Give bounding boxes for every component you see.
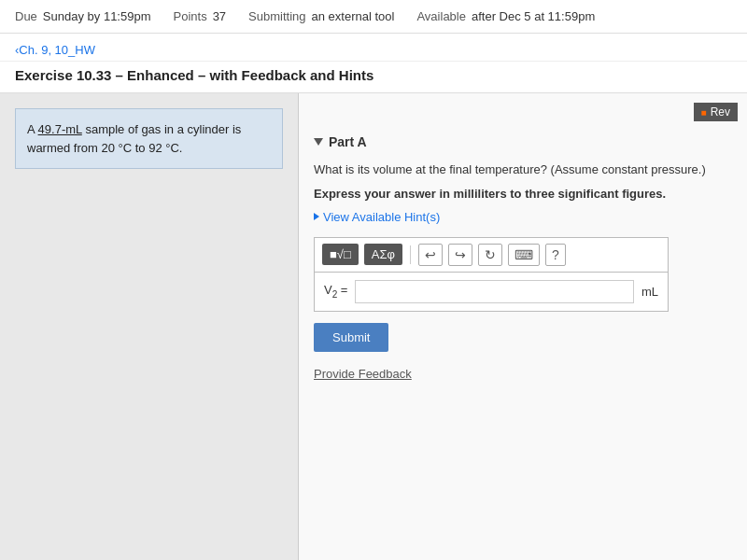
greek-symbol-icon: ΑΣφ	[372, 247, 395, 261]
math-toolbar: ■√□ ΑΣφ ↩ ↪ ↻ ⌨ ?	[314, 237, 669, 272]
rev-button[interactable]: Rev	[694, 103, 738, 121]
points-item: Points 37	[174, 9, 227, 23]
problem-statement: A 49.7-mL sample of gas in a cylinder is…	[15, 108, 283, 169]
hints-arrow-icon	[314, 213, 319, 220]
due-item: Due Sunday by 11:59pm	[15, 9, 151, 23]
left-panel: A 49.7-mL sample of gas in a cylinder is…	[0, 93, 299, 560]
bold-instruction: Express your answer in milliliters to th…	[314, 187, 732, 201]
refresh-icon: ↻	[485, 247, 496, 262]
submitting-value: an external tool	[312, 9, 395, 23]
math-symbol-icon: ■√□	[330, 247, 351, 261]
undo-btn[interactable]: ↩	[418, 244, 443, 266]
redo-btn[interactable]: ↪	[448, 244, 472, 266]
question-text: What is its volume at the final temperat…	[314, 161, 732, 179]
refresh-btn[interactable]: ↻	[478, 244, 502, 266]
greek-symbol-btn[interactable]: ΑΣφ	[364, 244, 402, 265]
answer-label: V2 =	[324, 283, 347, 300]
undo-icon: ↩	[425, 247, 436, 262]
breadcrumb[interactable]: ‹Ch. 9, 10_HW	[15, 43, 95, 57]
available-label: Available	[416, 9, 466, 23]
math-symbol-btn[interactable]: ■√□	[322, 244, 359, 265]
help-btn[interactable]: ?	[545, 244, 566, 266]
exercise-title: Exercise 10.33 – Enhanced – with Feedbac…	[0, 62, 747, 93]
main-content: A 49.7-mL sample of gas in a cylinder is…	[0, 93, 747, 560]
problem-text: A 49.7-mL sample of gas in a cylinder is…	[27, 122, 241, 155]
part-collapse-arrow[interactable]	[314, 138, 323, 146]
help-icon: ?	[552, 247, 559, 262]
redo-icon: ↪	[455, 247, 466, 262]
hints-text: View Available Hint(s)	[323, 210, 440, 224]
right-panel: Rev Part A What is its volume at the fin…	[299, 93, 747, 560]
submitting-label: Submitting	[248, 9, 305, 23]
points-label: Points	[174, 9, 207, 23]
keyboard-btn[interactable]: ⌨	[508, 244, 540, 266]
available-value: after Dec 5 at 11:59pm	[472, 9, 595, 23]
answer-row: V2 = mL	[314, 272, 669, 312]
due-label: Due	[15, 9, 37, 23]
submitting-item: Submitting an external tool	[248, 9, 394, 23]
hints-link[interactable]: View Available Hint(s)	[314, 210, 732, 224]
part-label: Part A	[329, 134, 367, 149]
toolbar-separator	[410, 245, 411, 264]
part-a-section: Part A What is its volume at the final t…	[314, 134, 732, 381]
due-value: Sunday by 11:59pm	[43, 9, 151, 23]
breadcrumb-bar: ‹Ch. 9, 10_HW	[0, 34, 747, 62]
top-bar: Due Sunday by 11:59pm Points 37 Submitti…	[0, 0, 747, 34]
feedback-link[interactable]: Provide Feedback	[314, 367, 732, 381]
answer-unit: mL	[641, 285, 658, 299]
keyboard-icon: ⌨	[514, 247, 533, 262]
part-header: Part A	[314, 134, 732, 149]
answer-input[interactable]	[355, 280, 633, 303]
available-item: Available after Dec 5 at 11:59pm	[416, 9, 595, 23]
points-value: 37	[213, 9, 226, 23]
submit-button[interactable]: Submit	[314, 323, 388, 352]
